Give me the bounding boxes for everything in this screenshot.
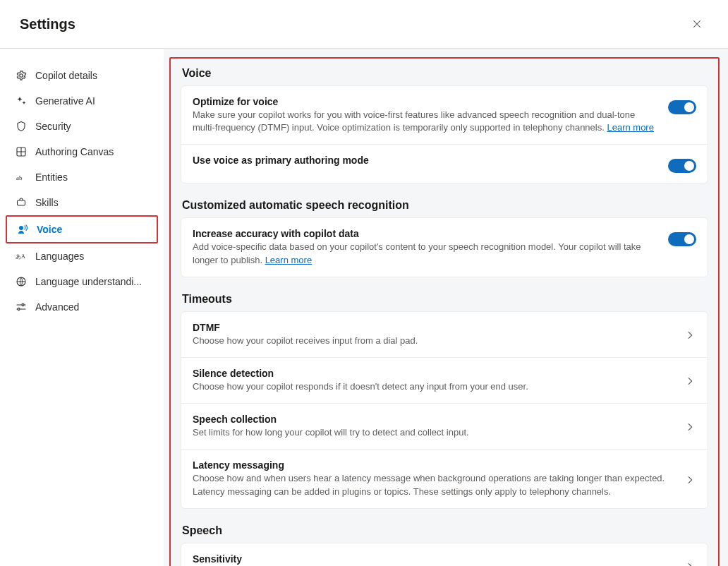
timeout-dtmf[interactable]: DTMF Choose how your copilot receives in… xyxy=(181,312,708,357)
settings-header: Settings xyxy=(0,0,728,49)
sidebar-item-label: Skills xyxy=(35,197,59,208)
settings-content: Voice Optimize for voice Make sure your … xyxy=(164,49,728,566)
sidebar-item-label: Authoring Canvas xyxy=(35,146,114,157)
learn-more-link[interactable]: Learn more xyxy=(607,122,653,133)
sidebar-item-entities[interactable]: Entities xyxy=(6,164,158,190)
sparkle-icon xyxy=(16,95,27,107)
voice-card: Optimize for voice Make sure your copilo… xyxy=(181,85,708,183)
sidebar-item-label: Language understandi... xyxy=(35,276,142,287)
entities-icon xyxy=(16,171,27,183)
sidebar-item-label: Voice xyxy=(37,224,62,235)
sidebar-item-label: Entities xyxy=(35,171,68,183)
speech-card: Sensitivity Controls the level of sensit… xyxy=(181,543,708,566)
section-title-asr: Customized automatic speech recognition xyxy=(182,199,707,212)
toggle-increase-accuracy[interactable] xyxy=(668,232,696,246)
languages-icon xyxy=(16,251,27,262)
sidebar-item-label: Copilot details xyxy=(35,70,97,81)
setting-optimize-for-voice: Optimize for voice Make sure your copilo… xyxy=(181,86,708,144)
chevron-right-icon xyxy=(685,475,696,486)
sidebar-item-languages[interactable]: Languages xyxy=(6,243,158,269)
gear-icon xyxy=(16,70,27,81)
shield-icon xyxy=(16,121,27,132)
learn-more-link[interactable]: Learn more xyxy=(265,255,312,265)
page-title: Settings xyxy=(20,16,75,32)
setting-title: Sensitivity xyxy=(193,553,674,565)
setting-title: DTMF xyxy=(193,322,674,333)
chevron-right-icon xyxy=(685,330,696,342)
timeout-speech-collection[interactable]: Speech collection Set limits for how lon… xyxy=(181,403,708,449)
sidebar-item-generative-ai[interactable]: Generative AI xyxy=(6,88,158,114)
timeout-latency-messaging[interactable]: Latency messaging Choose how and when us… xyxy=(181,449,708,507)
close-button[interactable] xyxy=(686,13,708,35)
toggle-voice-primary-authoring[interactable] xyxy=(668,159,696,173)
setting-desc: Make sure your copilot works for you wit… xyxy=(193,109,657,134)
toggle-optimize-for-voice[interactable] xyxy=(668,100,696,114)
skills-icon xyxy=(16,197,27,208)
sidebar-item-advanced[interactable]: Advanced xyxy=(6,294,158,320)
advanced-icon xyxy=(16,301,27,313)
setting-increase-accuracy: Increase accuracy with copilot data Add … xyxy=(181,218,708,276)
language-understanding-icon xyxy=(16,276,27,287)
sidebar-item-authoring-canvas[interactable]: Authoring Canvas xyxy=(6,139,158,164)
speech-sensitivity[interactable]: Sensitivity Controls the level of sensit… xyxy=(181,543,708,566)
close-icon xyxy=(692,19,702,29)
canvas-icon xyxy=(16,146,27,157)
setting-title: Speech collection xyxy=(193,414,674,425)
sidebar-item-language-understanding[interactable]: Language understandi... xyxy=(6,269,158,294)
setting-desc: Choose how and when users hear a latency… xyxy=(193,472,674,498)
setting-voice-primary-authoring: Use voice as primary authoring mode xyxy=(181,144,708,183)
timeouts-card: DTMF Choose how your copilot receives in… xyxy=(181,311,708,509)
setting-desc: Set limits for how long your copilot wil… xyxy=(193,426,674,439)
sidebar-item-label: Languages xyxy=(35,251,84,262)
setting-desc: Choose how your copilot receives input f… xyxy=(193,335,674,347)
sidebar-item-copilot-details[interactable]: Copilot details xyxy=(6,63,158,88)
sidebar-item-security[interactable]: Security xyxy=(6,114,158,139)
setting-desc: Choose how your copilot responds if it d… xyxy=(193,380,674,393)
chevron-right-icon xyxy=(685,376,696,387)
chevron-right-icon xyxy=(685,562,696,566)
setting-title: Optimize for voice xyxy=(193,96,657,107)
voice-settings-panel: Voice Optimize for voice Make sure your … xyxy=(169,57,720,566)
setting-title: Use voice as primary authoring mode xyxy=(193,155,657,166)
sidebar-item-label: Security xyxy=(35,121,71,132)
chevron-right-icon xyxy=(685,422,696,433)
setting-title: Increase accuracy with copilot data xyxy=(193,228,657,239)
sidebar-item-voice[interactable]: Voice xyxy=(7,217,157,242)
section-title-timeouts: Timeouts xyxy=(182,293,707,306)
sidebar-item-label: Generative AI xyxy=(35,95,95,107)
settings-sidebar: Copilot details Generative AI Security A… xyxy=(0,49,164,566)
asr-card: Increase accuracy with copilot data Add … xyxy=(181,217,708,277)
section-title-voice: Voice xyxy=(182,67,707,80)
sidebar-item-label: Advanced xyxy=(35,301,79,313)
sidebar-item-skills[interactable]: Skills xyxy=(6,190,158,215)
setting-title: Latency messaging xyxy=(193,459,674,471)
voice-icon xyxy=(17,224,28,235)
setting-title: Silence detection xyxy=(193,368,674,379)
section-title-speech: Speech xyxy=(182,524,707,537)
setting-desc: Add voice-specific data based on your co… xyxy=(193,241,657,266)
timeout-silence-detection[interactable]: Silence detection Choose how your copilo… xyxy=(181,357,708,403)
